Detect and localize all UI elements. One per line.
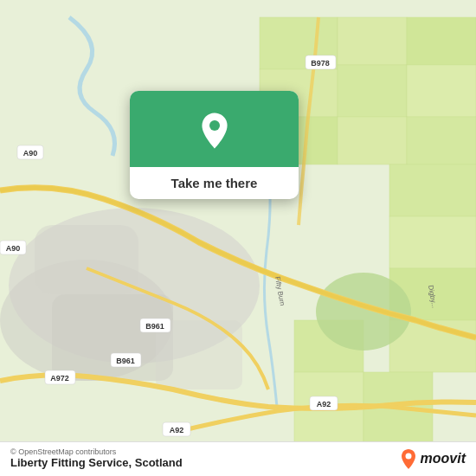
svg-rect-5 [338,65,407,117]
svg-text:B961: B961 [116,357,135,365]
svg-point-41 [209,120,220,131]
map-background: A90 A90 B978 B961 B961 A972 A92 A92 Fift… [0,0,476,476]
popup-icon-area [130,91,299,167]
svg-rect-9 [407,117,476,164]
svg-rect-11 [389,216,476,268]
moovit-logo: moovit [400,448,466,469]
svg-rect-3 [407,17,476,65]
svg-rect-2 [338,17,407,65]
location-pin-icon [194,110,235,151]
svg-point-22 [316,273,411,351]
map-container: A90 A90 B978 B961 B961 A972 A92 A92 Fift… [0,0,476,476]
moovit-brand-text: moovit [421,451,466,466]
svg-point-42 [405,453,411,459]
svg-text:A92: A92 [317,400,331,408]
svg-text:A90: A90 [6,244,21,253]
svg-rect-10 [389,164,476,216]
bottom-bar: © OpenStreetMap contributors Liberty Fit… [0,441,476,476]
attribution-text: © OpenStreetMap contributors [10,447,183,456]
svg-text:A90: A90 [23,149,38,158]
svg-rect-20 [52,294,173,381]
popup-card[interactable]: Take me there [130,91,299,199]
bottom-bar-info: © OpenStreetMap contributors Liberty Fit… [10,447,183,469]
place-name: Liberty Fitting Service, Scotland [10,456,183,469]
svg-rect-8 [338,117,407,164]
svg-text:A972: A972 [50,374,69,383]
svg-text:B961: B961 [145,322,164,331]
take-me-there-button[interactable]: Take me there [158,167,272,199]
svg-rect-6 [407,65,476,117]
svg-text:B978: B978 [311,59,330,68]
moovit-pin-icon [400,448,417,469]
svg-text:A92: A92 [170,426,184,434]
